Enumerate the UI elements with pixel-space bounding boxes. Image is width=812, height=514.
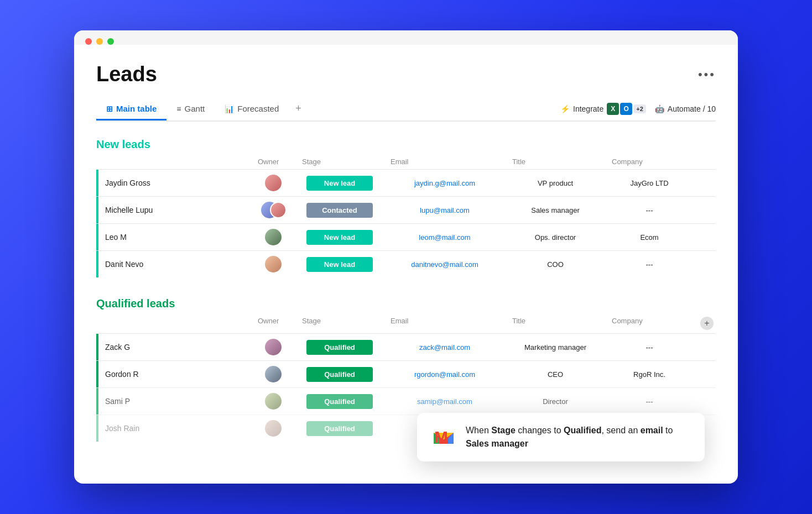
table-row[interactable]: Michelle Lupu Contacted lupu@mail.com Sa…	[96, 196, 716, 223]
stage-badge: Qualified	[306, 394, 373, 409]
minimize-dot[interactable]	[96, 38, 103, 45]
table-row[interactable]: Leo M New lead leom@mail.com Ops. direct…	[96, 223, 716, 250]
col-owner-header: Owner	[258, 158, 302, 166]
table-row[interactable]: Gordon R Qualified rgordon@mail.com CEO …	[96, 360, 716, 387]
gantt-icon: ≡	[176, 104, 181, 113]
owner-cell	[251, 229, 295, 245]
title-cell: VP product	[506, 179, 605, 187]
group-indicator	[96, 415, 98, 442]
stage-cell[interactable]: Qualified	[295, 421, 384, 436]
company-cell: ---	[605, 397, 694, 406]
stage-cell[interactable]: Qualified	[295, 394, 384, 409]
tooltip-text: When Stage changes to Qualified, send an…	[466, 424, 691, 450]
avatar	[265, 420, 282, 437]
qualified-leads-header: Qualified leads	[96, 297, 716, 310]
add-column-button[interactable]: +	[700, 317, 714, 330]
tab-forecasted[interactable]: 📊 Forecasted	[215, 98, 289, 120]
excel-icon: X	[607, 103, 619, 115]
stage-cell[interactable]: Qualified	[295, 367, 384, 382]
owner-cell	[251, 202, 295, 218]
automate-icon: 🤖	[655, 104, 664, 113]
stage-cell[interactable]: Contacted	[295, 203, 384, 218]
row-name: Danit Nevo	[105, 260, 143, 269]
col-title-header: Title	[512, 317, 612, 330]
row-name: Michelle Lupu	[105, 206, 153, 214]
tabs-bar: ⊞ Main table ≡ Gantt 📊 Forecasted + ⚡ In…	[96, 97, 716, 122]
table-row[interactable]: Danit Nevo New lead danitnevo@mail.com C…	[96, 250, 716, 277]
stage-cell[interactable]: New lead	[295, 230, 384, 245]
stage-badge: New lead	[306, 257, 373, 272]
tab-forecasted-label: Forecasted	[237, 104, 279, 113]
page-title: Leads	[96, 62, 157, 86]
col-name-header	[103, 317, 258, 330]
col-owner-header: Owner	[258, 317, 302, 330]
add-view-button[interactable]: +	[289, 97, 308, 122]
stage-badge: Qualified	[306, 340, 373, 355]
email-cell[interactable]: leom@mail.com	[384, 233, 506, 242]
tooltip-qualified: Qualified	[564, 426, 601, 435]
col-add-header: +	[700, 317, 722, 330]
row-name-cell: Jaydin Gross	[96, 170, 251, 196]
email-cell[interactable]: danitnevo@mail.com	[384, 260, 506, 269]
stage-cell[interactable]: Qualified	[295, 340, 384, 355]
table-row[interactable]: Sami P Qualified samip@mail.com Director…	[96, 387, 716, 415]
new-leads-header: New leads	[96, 138, 716, 151]
browser-chrome	[74, 30, 738, 45]
title-cell: CEO	[506, 370, 605, 379]
email-cell[interactable]: jaydin.g@mail.com	[384, 179, 506, 187]
tab-gantt-label: Gantt	[185, 104, 205, 113]
company-cell: RgoR Inc.	[605, 370, 694, 379]
table-row[interactable]: Jaydin Gross New lead jaydin.g@mail.com …	[96, 169, 716, 196]
row-name: Leo M	[105, 233, 127, 242]
maximize-dot[interactable]	[107, 38, 114, 45]
avatar	[270, 202, 287, 218]
group-indicator	[96, 197, 98, 223]
close-dot[interactable]	[85, 38, 92, 45]
row-name-cell: Josh Rain	[96, 415, 251, 442]
browser-window: Leads ••• ⊞ Main table ≡ Gantt 📊 Forecas…	[74, 30, 738, 484]
stage-cell[interactable]: New lead	[295, 176, 384, 191]
row-name: Zack G	[105, 343, 130, 352]
table-row[interactable]: Zack G Qualified zack@mail.com Marketing…	[96, 333, 716, 360]
title-cell: Ops. director	[506, 233, 605, 242]
page-header: Leads •••	[96, 62, 716, 86]
row-name-cell: Zack G	[96, 334, 251, 360]
outlook-icon: O	[620, 103, 632, 115]
integrate-icon: ⚡	[560, 104, 570, 113]
email-cell[interactable]: zack@mail.com	[384, 343, 506, 352]
email-cell[interactable]: samip@mail.com	[384, 397, 506, 406]
row-name-cell: Danit Nevo	[96, 251, 251, 277]
group-indicator	[96, 334, 98, 360]
tooltip-email: email	[641, 426, 663, 435]
email-cell[interactable]: lupu@mail.com	[384, 206, 506, 214]
col-stage-header: Stage	[302, 158, 391, 166]
company-cell: ---	[605, 206, 694, 214]
row-name-cell: Gordon R	[96, 361, 251, 387]
row-name: Jaydin Gross	[105, 179, 150, 187]
avatar	[265, 175, 282, 191]
integrate-button[interactable]: ⚡ Integrate X O +2	[560, 103, 646, 115]
company-cell: ---	[605, 260, 694, 269]
email-cell[interactable]: rgordon@mail.com	[384, 370, 506, 379]
more-options-button[interactable]: •••	[698, 67, 716, 82]
new-leads-title: New leads	[96, 138, 150, 151]
new-leads-col-headers: Owner Stage Email Title Company	[96, 158, 716, 169]
owner-cell	[251, 256, 295, 272]
automation-tooltip: M When Stage changes to Qualified, send …	[417, 413, 705, 461]
col-title-header: Title	[512, 158, 612, 166]
title-cell: Director	[506, 397, 605, 406]
tab-main-table[interactable]: ⊞ Main table	[96, 98, 166, 120]
stage-badge: Qualified	[306, 367, 373, 382]
row-name-cell: Sami P	[96, 388, 251, 415]
title-cell: COO	[506, 260, 605, 269]
gmail-icon: M	[430, 424, 457, 450]
company-cell: JayGro LTD	[605, 179, 694, 187]
automate-button[interactable]: 🤖 Automate / 10	[655, 104, 716, 113]
tab-gantt[interactable]: ≡ Gantt	[166, 98, 215, 120]
tab-main-table-label: Main table	[116, 104, 157, 113]
table-icon: ⊞	[106, 104, 113, 113]
stage-cell[interactable]: New lead	[295, 257, 384, 272]
company-cell: Ecom	[605, 233, 694, 242]
stage-badge: Contacted	[306, 203, 373, 218]
company-cell: ---	[605, 343, 694, 352]
